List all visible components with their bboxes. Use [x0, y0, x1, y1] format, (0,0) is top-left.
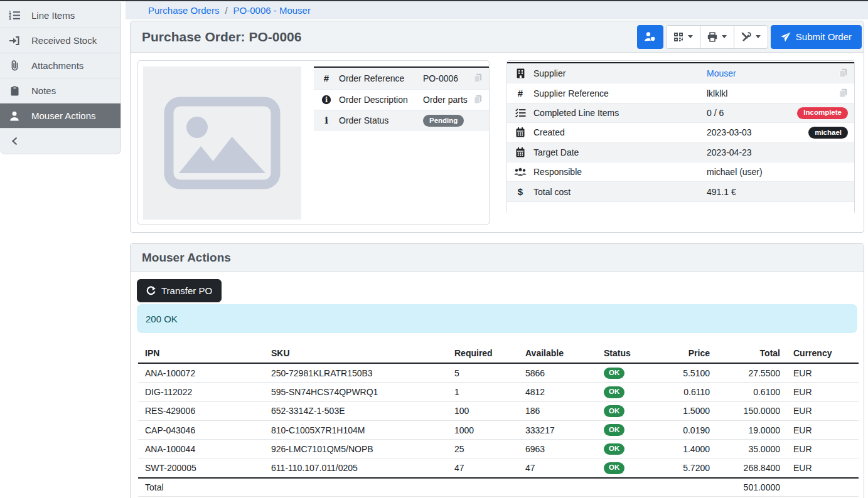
cell-status: OK — [597, 440, 653, 458]
cell-ipn: CAP-043046 — [138, 420, 264, 439]
detail-label: Order Reference — [339, 73, 423, 83]
supplier-reference-row: # Supplier Reference lklklkl — [507, 83, 854, 102]
cell-ipn: RES-429006 — [138, 401, 264, 420]
supplier-detail-rows: Supplier Mouser # Supplier Reference lkl… — [507, 62, 854, 215]
cell-required: 100 — [447, 401, 518, 420]
sidebar-item-label: Attachments — [31, 60, 83, 71]
copy-icon[interactable] — [473, 73, 483, 83]
svg-text:3: 3 — [9, 16, 11, 21]
order-description-row: i Order Description Order parts — [314, 89, 489, 110]
cell-total: 268.8400 — [716, 458, 786, 478]
cell-ipn: SWT-200005 — [138, 458, 264, 478]
cell-sku: 611-110.107.011/0205 — [264, 458, 447, 478]
cell-available: 6963 — [518, 440, 597, 458]
order-options-button[interactable] — [734, 25, 768, 49]
cell-status: OK — [597, 458, 653, 478]
cell-total: 0.6100 — [716, 383, 786, 401]
cell-sku: 595-SN74HCS74QPWRQ1 — [264, 383, 447, 401]
sidebar-item-label: Received Stock — [31, 35, 97, 46]
copy-icon[interactable] — [839, 68, 848, 78]
detail-label: Total cost — [533, 187, 707, 197]
print-actions-button[interactable] — [700, 25, 734, 49]
cell-price: 5.5100 — [653, 363, 716, 383]
cell-currency: EUR — [786, 440, 859, 458]
chevron-left-icon — [8, 137, 21, 146]
cell-available: 47 — [518, 458, 597, 478]
detail-value: 491.1 € — [707, 187, 854, 197]
order-detail-card: # Order Reference PO-0006 i Order Descri… — [137, 60, 490, 225]
detail-label: Created — [533, 127, 707, 137]
detail-label: Responsible — [533, 167, 707, 177]
cell-ipn: ANA-100044 — [138, 440, 264, 458]
chevron-down-icon — [688, 35, 693, 38]
sidebar-item-label: Notes — [31, 85, 56, 96]
supplier-link[interactable]: Mouser — [707, 68, 736, 78]
barcode-actions-button[interactable] — [666, 25, 700, 49]
sidebar-item-received-stock[interactable]: Received Stock — [0, 28, 121, 53]
cell-total: 19.0000 — [716, 420, 786, 439]
clipboard-icon — [8, 86, 21, 96]
breadcrumb: Purchase Orders / PO-0006 - Mouser — [126, 1, 868, 19]
panel-title: Mouser Actions — [142, 251, 231, 265]
line-items-table: IPN SKU Required Available Status Price … — [138, 345, 859, 497]
printer-icon — [707, 32, 717, 42]
transfer-po-label: Transfer PO — [161, 285, 212, 296]
detail-label: Supplier — [533, 68, 707, 78]
hashtag-icon: # — [324, 73, 329, 83]
copy-icon[interactable] — [839, 88, 848, 98]
sidebar-item-notes[interactable]: Notes — [0, 78, 121, 103]
table-row: RES-429006 652-3314Z-1-503E 100 186 OK 1… — [138, 401, 859, 420]
order-detail-rows: # Order Reference PO-0006 i Order Descri… — [314, 66, 489, 224]
image-placeholder-icon — [164, 97, 281, 189]
purchase-order-panel: Purchase Order: PO-0006 — [130, 21, 864, 233]
sidebar-item-line-items[interactable]: 123 Line Items — [0, 3, 121, 28]
status-alert: 200 OK — [137, 304, 857, 333]
info-circle-icon: i — [321, 95, 331, 105]
sidebar-item-mouser-actions[interactable]: Mouser Actions — [0, 103, 121, 129]
sidebar-item-attachments[interactable]: Attachments — [0, 53, 121, 78]
admin-view-button[interactable] — [637, 25, 663, 49]
calendar-icon — [516, 147, 525, 157]
breadcrumb-separator: / — [225, 5, 227, 16]
footer-total-value: 501.0000 — [716, 478, 786, 497]
cell-sku: 926-LMC7101QM5/NOPB — [264, 440, 447, 458]
cell-available: 333217 — [518, 420, 597, 439]
detail-value: 0 / 6 — [707, 108, 797, 118]
status-badge-ok: OK — [604, 462, 624, 474]
col-required: Required — [447, 345, 518, 363]
chevron-down-icon — [756, 35, 761, 38]
detail-label: Target Date — [533, 147, 707, 157]
cell-ipn: ANA-100072 — [138, 363, 264, 383]
user-shield-icon — [644, 31, 656, 42]
status-badge-ok: OK — [604, 443, 624, 455]
table-row: CAP-043046 810-C1005X7R1H104M 1000 33321… — [138, 420, 859, 439]
detail-label: Order Description — [339, 95, 423, 105]
submit-order-button[interactable]: Submit Order — [771, 25, 862, 49]
order-image-placeholder — [143, 66, 301, 220]
user-icon — [8, 111, 21, 121]
order-status-row: i Order Status Pending — [314, 110, 489, 131]
breadcrumb-link-purchase-orders[interactable]: Purchase Orders — [148, 5, 219, 16]
col-ipn: IPN — [138, 345, 264, 363]
status-badge-incomplete: Incomplete — [797, 107, 848, 119]
cell-required: 5 — [447, 363, 518, 383]
detail-value: 2023-03-03 — [707, 127, 808, 137]
detail-label: Order Status — [339, 115, 423, 125]
breadcrumb-link-current-order[interactable]: PO-0006 - Mouser — [233, 5, 311, 16]
sidebar-collapse-button[interactable] — [0, 129, 121, 154]
order-toolbar: Submit Order — [637, 25, 862, 49]
cell-total: 35.0000 — [716, 440, 786, 458]
mouser-actions-panel: Mouser Actions Transfer PO 200 OK IPN SK… — [130, 243, 864, 498]
copy-icon[interactable] — [473, 95, 483, 104]
responsible-row: Responsible michael (user) — [507, 162, 854, 181]
status-badge-ok: OK — [604, 386, 624, 398]
col-price: Price — [653, 345, 716, 363]
transfer-po-button[interactable]: Transfer PO — [137, 279, 222, 302]
sidebar: 123 Line Items Received Stock Attachment… — [0, 3, 121, 154]
cell-available: 5866 — [518, 363, 597, 383]
detail-value: Order parts — [423, 95, 471, 105]
cell-price: 5.7200 — [653, 458, 716, 478]
paperclip-icon — [8, 60, 21, 71]
paper-plane-icon — [781, 32, 791, 42]
chevron-down-icon — [722, 35, 727, 38]
